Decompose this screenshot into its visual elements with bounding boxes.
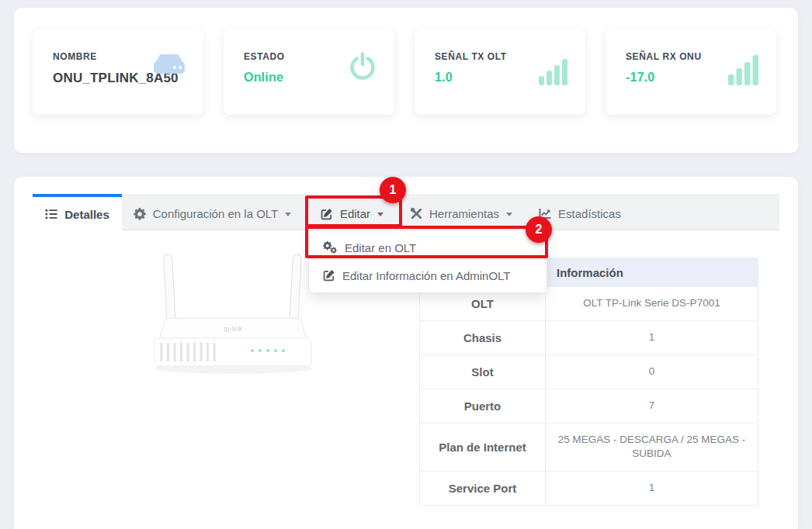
tab-label: Editar — [340, 207, 370, 220]
signal-bars-icon — [728, 53, 761, 85]
chart-line-icon — [539, 208, 551, 220]
cogs-icon — [323, 241, 338, 254]
stat-card-senal-tx: SEÑAL TX OLT 1.0 — [415, 29, 585, 115]
tab-label: Herramientas — [429, 207, 499, 220]
tab-bar: Detalles Configuración en la OLT — [33, 194, 779, 230]
power-icon — [346, 50, 379, 82]
table-header-informacion: Información — [546, 258, 758, 287]
tab-label: Configuración en la OLT — [153, 207, 278, 220]
row-label: Service Port — [420, 472, 546, 506]
tab-herramientas[interactable]: Herramientas — [401, 194, 522, 230]
row-label: Chasis — [420, 320, 546, 354]
stat-card-senal-rx: SEÑAL RX ONU -17.0 — [606, 29, 776, 115]
router-image: tp-link — [136, 250, 330, 389]
tab-detalles[interactable]: Detalles — [33, 194, 122, 231]
menu-item-editar-en-olt[interactable]: Editar en OLT — [309, 233, 547, 261]
tab-editar[interactable]: Editar — [303, 194, 401, 230]
chevron-down-icon — [285, 213, 291, 216]
edit-icon — [323, 269, 335, 282]
row-label: Puerto — [420, 389, 546, 423]
row-value: 0 — [546, 354, 758, 389]
row-value: 1 — [546, 472, 758, 506]
row-label: Plan de Internet — [420, 423, 546, 472]
row-label: Slot — [420, 354, 546, 389]
table-row: Service Port 1 — [420, 472, 758, 506]
tab-label: Estadísticas — [558, 207, 621, 220]
tab-configuracion-olt[interactable]: Configuración en la OLT — [122, 194, 303, 230]
table-row: Puerto 7 — [420, 389, 758, 423]
row-value: OLT TP-Link Serie DS-P7001 — [546, 287, 758, 321]
row-value: 25 MEGAS - DESCARGA / 25 MEGAS - SUBIDA — [546, 423, 758, 472]
gear-icon — [134, 208, 146, 220]
signal-bars-icon — [539, 56, 570, 85]
table-row: Plan de Internet 25 MEGAS - DESCARGA / 2… — [420, 423, 758, 472]
table-row: Slot 0 — [420, 354, 758, 389]
editar-dropdown: Editar en OLT Editar Información en Admi… — [308, 230, 547, 293]
tab-estadisticas[interactable]: Estadísticas — [522, 194, 638, 230]
list-icon — [45, 208, 57, 220]
menu-item-label: Editar en OLT — [345, 241, 416, 254]
tools-icon — [411, 208, 422, 220]
menu-item-editar-informacion[interactable]: Editar Información en AdminOLT — [309, 261, 547, 289]
edit-icon — [321, 208, 333, 220]
menu-item-label: Editar Información en AdminOLT — [342, 269, 511, 282]
stat-card-estado: ESTADO Online — [224, 29, 394, 115]
tab-label: Detalles — [64, 208, 109, 221]
chevron-down-icon — [377, 213, 383, 216]
router-logo-text: tp-link — [224, 325, 243, 333]
stats-panel: NOMBRE ONU_TPLINK_8A50 ESTADO Online — [14, 8, 798, 153]
chevron-down-icon — [506, 213, 512, 216]
page: NOMBRE ONU_TPLINK_8A50 ESTADO Online — [0, 0, 812, 529]
stat-card-nombre: NOMBRE ONU_TPLINK_8A50 — [33, 29, 203, 115]
row-value: 1 — [546, 320, 758, 354]
router-icon — [151, 50, 188, 81]
row-value: 7 — [546, 389, 758, 423]
table-row: Chasis 1 — [420, 320, 758, 354]
info-table: Información OLT OLT TP-Link Serie DS-P70… — [419, 258, 758, 506]
